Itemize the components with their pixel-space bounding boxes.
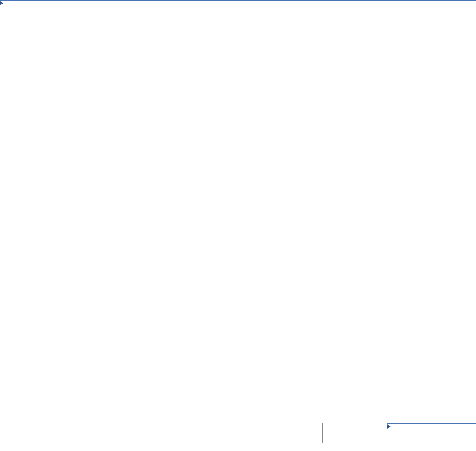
noncash-amount-input[interactable] [387,423,476,443]
noncash-label-input[interactable] [0,0,476,444]
dropdown-icon [387,424,391,429]
cash-flow-worksheet: Net cash flows from operating activities… [0,0,476,444]
dropdown-icon [0,1,3,5]
cell-mid [322,423,387,443]
row-noncash-input [0,423,476,444]
